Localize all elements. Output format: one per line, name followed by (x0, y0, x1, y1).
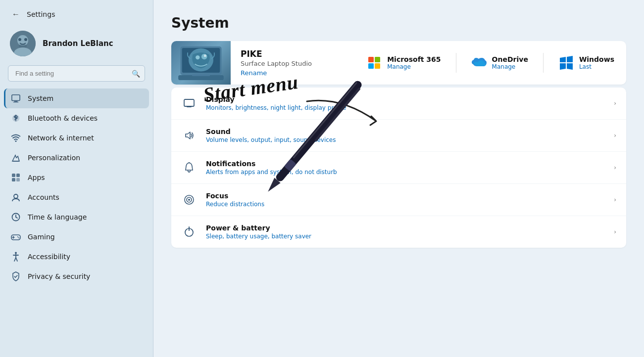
app-action-windows[interactable]: Last (579, 63, 614, 70)
notifications-desc: Alerts from apps and system, do not dist… (206, 169, 337, 176)
sidebar-item-label-network: Network & internet (28, 134, 94, 142)
notifications-icon (181, 160, 197, 176)
sidebar-item-accessibility[interactable]: Accessibility (4, 247, 149, 267)
sound-text: Sound Volume levels, output, input, soun… (206, 128, 336, 143)
personalization-icon (11, 153, 21, 163)
sound-icon (181, 128, 197, 143)
sidebar-item-label-apps: Apps (28, 174, 45, 181)
nav-list: System Bluetooth & devices (0, 89, 153, 357)
app-action-onedrive[interactable]: Manage (492, 63, 528, 70)
search-input[interactable] (8, 65, 145, 82)
svg-point-3 (18, 38, 21, 41)
display-chevron: › (614, 100, 616, 107)
back-arrow-icon: ← (12, 10, 20, 19)
app-divider-1 (456, 53, 456, 73)
main-content: System (153, 0, 644, 357)
sidebar-item-privacy[interactable]: Privacy & security (4, 267, 149, 286)
display-desc: Monitors, brightness, night light, displ… (206, 104, 347, 111)
svg-rect-38 (192, 74, 210, 76)
svg-point-24 (18, 237, 19, 238)
avatar (10, 31, 36, 56)
notifications-text: Notifications Alerts from apps and syste… (206, 160, 337, 176)
focus-icon (181, 192, 197, 208)
focus-title: Focus (206, 192, 264, 200)
sidebar-item-apps[interactable]: Apps (4, 168, 149, 187)
page-title: System (171, 15, 626, 31)
power-icon (181, 224, 197, 240)
sidebar-item-label-accessibility: Accessibility (28, 253, 70, 261)
focus-text: Focus Reduce distractions (206, 192, 264, 208)
user-profile: Brandon LeBlanc (0, 27, 153, 62)
svg-point-16 (14, 194, 18, 198)
notifications-chevron: › (614, 164, 616, 171)
m365-icon (366, 55, 382, 71)
power-title: Power & battery (206, 224, 311, 232)
app-name-onedrive: OneDrive (492, 55, 528, 63)
search-icon: 🔍 (132, 70, 140, 78)
sidebar-item-label-gaming: Gaming (28, 233, 55, 241)
bluetooth-icon (11, 113, 21, 123)
sidebar-item-label-system: System (28, 94, 53, 102)
sound-title: Sound (206, 128, 336, 135)
sidebar-item-label-personalization: Personalization (28, 154, 80, 162)
sidebar-item-label-bluetooth: Bluetooth & devices (28, 114, 98, 122)
gaming-icon (11, 232, 21, 242)
back-button[interactable]: ← (10, 8, 22, 21)
search-box: 🔍 (8, 65, 145, 82)
svg-rect-5 (19, 45, 27, 47)
settings-item-power[interactable]: Power & battery Sleep, battery usage, ba… (171, 216, 626, 248)
app-action-m365[interactable]: Manage (387, 63, 441, 70)
sidebar-item-bluetooth[interactable]: Bluetooth & devices (4, 108, 149, 128)
app-name-m365: Microsoft 365 (387, 55, 441, 63)
svg-point-36 (204, 54, 206, 57)
device-card: PIKE Surface Laptop Studio Rename (171, 41, 626, 85)
sidebar-item-system[interactable]: System (4, 89, 149, 108)
svg-point-34 (196, 55, 199, 59)
sidebar-item-label-accounts: Accounts (28, 193, 59, 201)
svg-point-49 (188, 199, 190, 201)
sidebar: ← Settings Brandon LeBlanc 🔍 (0, 0, 153, 357)
svg-point-10 (15, 140, 17, 142)
settings-items-card: Display Monitors, brightness, night ligh… (171, 88, 626, 248)
svg-point-25 (15, 252, 17, 254)
settings-item-notifications[interactable]: Notifications Alerts from apps and syste… (171, 152, 626, 184)
svg-rect-8 (13, 102, 19, 102)
app-item-m365: Microsoft 365 Manage (366, 55, 441, 71)
svg-line-19 (16, 217, 17, 218)
sound-chevron: › (614, 132, 616, 139)
svg-rect-41 (368, 63, 374, 69)
sidebar-item-label-privacy: Privacy & security (28, 272, 90, 280)
device-model: Surface Laptop Studio (241, 60, 312, 67)
sidebar-item-time[interactable]: Time & language (4, 207, 149, 227)
network-icon (11, 133, 21, 143)
display-title: Display (206, 95, 347, 103)
settings-item-sound[interactable]: Sound Volume levels, output, input, soun… (171, 120, 626, 152)
app-info-onedrive: OneDrive Manage (492, 55, 528, 70)
apps-icon (11, 173, 21, 182)
svg-point-4 (24, 38, 27, 41)
app-info-windows: Windows Last (579, 55, 614, 70)
svg-rect-42 (375, 63, 380, 69)
power-chevron: › (614, 228, 616, 235)
power-text: Power & battery Sleep, battery usage, ba… (206, 224, 311, 240)
focus-chevron: › (614, 196, 616, 203)
sidebar-header: ← Settings (0, 0, 153, 27)
notifications-title: Notifications (206, 160, 337, 168)
device-name: PIKE (241, 49, 312, 59)
sidebar-item-gaming[interactable]: Gaming (4, 227, 149, 247)
sidebar-item-accounts[interactable]: Accounts (4, 187, 149, 207)
app-item-onedrive: OneDrive Manage (471, 55, 528, 71)
accessibility-icon (11, 252, 21, 262)
power-desc: Sleep, battery usage, battery saver (206, 233, 311, 240)
content-wrapper: Start menu System (153, 0, 644, 357)
system-icon (11, 93, 21, 103)
settings-item-focus[interactable]: Focus Reduce distractions › (171, 184, 626, 216)
svg-rect-43 (184, 99, 194, 106)
svg-rect-12 (12, 174, 15, 177)
sidebar-item-network[interactable]: Network & internet (4, 128, 149, 148)
svg-rect-13 (16, 174, 20, 177)
sidebar-item-personalization[interactable]: Personalization (4, 148, 149, 168)
settings-item-display[interactable]: Display Monitors, brightness, night ligh… (171, 88, 626, 120)
svg-rect-14 (12, 178, 15, 181)
device-rename-link[interactable]: Rename (241, 69, 312, 77)
